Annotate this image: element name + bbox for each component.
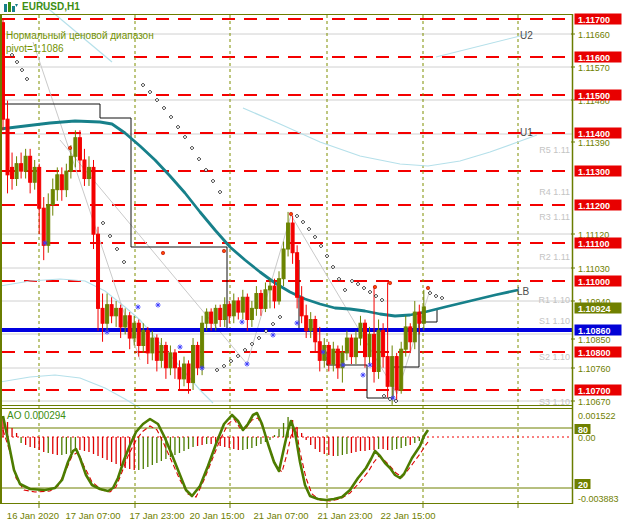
- candle-body: [201, 323, 204, 368]
- candle-body: [192, 345, 195, 382]
- candle-body: [273, 286, 276, 301]
- price-chart-canvas[interactable]: R5 1.11R4 1.11R3 1.11R2 1.11R1 1.10S1 1.…: [0, 0, 622, 528]
- candle-body: [345, 338, 348, 353]
- chart-window: R5 1.11R4 1.11R3 1.11R2 1.11R1 1.10S1 1.…: [0, 0, 622, 528]
- time-axis-label: 17 Jan 23:00: [130, 510, 185, 521]
- candle-body: [327, 345, 330, 364]
- sar-dot: [356, 282, 360, 286]
- candle-body: [47, 205, 50, 246]
- time-axis-label: 16 Jan 2020: [7, 510, 59, 521]
- candle-body: [255, 294, 258, 309]
- sar-dot: [155, 98, 159, 102]
- time-axis-label: 20 Jan 15:00: [190, 510, 245, 521]
- annotation-line1: Нормальный ценовой диапазон: [6, 29, 154, 42]
- candle-body: [178, 368, 181, 379]
- sar-dot: [162, 106, 166, 110]
- candle-body: [101, 308, 104, 323]
- rs-level-label: S1 1.10: [539, 316, 570, 326]
- candle-body: [296, 253, 299, 298]
- sar-dot: [278, 315, 282, 319]
- cyan-channel-line: [0, 279, 213, 403]
- sar-dot: [440, 296, 444, 300]
- candle-body: [24, 156, 27, 171]
- candle-body: [373, 334, 376, 371]
- pivot-annotation: Нормальный ценовой диапазон pivot=1.1086: [6, 29, 154, 55]
- candle-body: [300, 297, 303, 316]
- sar-dot: [301, 220, 305, 224]
- candle-body: [422, 307, 425, 323]
- candle-body: [210, 312, 213, 323]
- sell-signal-marker: [373, 285, 376, 288]
- candle-body: [364, 323, 367, 356]
- candle-body: [106, 305, 109, 324]
- candle-body: [377, 331, 380, 372]
- sell-signal-marker: [388, 281, 391, 284]
- rs-level-label: R5 1.11: [539, 145, 570, 155]
- sar-dot: [20, 68, 24, 72]
- candle-body: [336, 349, 339, 368]
- sar-dot: [319, 244, 323, 248]
- sar-dot: [257, 336, 261, 340]
- candle-body: [92, 167, 95, 234]
- sar-dot: [307, 227, 311, 231]
- candle-body: [74, 138, 77, 157]
- chart-icon: [4, 2, 18, 12]
- sar-dot: [325, 254, 329, 258]
- candle-body: [391, 357, 394, 387]
- candle-body: [259, 294, 262, 309]
- rs-level-label: R1 1.10: [538, 295, 570, 305]
- candle-body: [318, 342, 321, 361]
- candle-body: [65, 171, 68, 190]
- candle-body: [241, 297, 244, 312]
- candle-body: [173, 353, 176, 368]
- price-scale[interactable]: [572, 0, 622, 528]
- candle-body: [187, 364, 190, 383]
- candle-body: [418, 312, 421, 323]
- cyan-channel-line: [243, 108, 537, 166]
- candle-body: [395, 357, 398, 390]
- candle-body: [60, 175, 63, 190]
- sar-dot: [148, 90, 152, 94]
- sar-dot: [313, 235, 317, 239]
- candle-body: [305, 316, 308, 331]
- candle-body: [332, 349, 335, 364]
- candle-body: [404, 327, 407, 349]
- ao-indicator-label: AO 0.000294: [7, 410, 66, 421]
- sar-dot: [169, 115, 173, 119]
- sar-dot: [15, 60, 19, 64]
- candle-body: [314, 320, 317, 342]
- candle-body: [237, 301, 240, 312]
- sar-dot: [211, 179, 215, 183]
- sar-dot: [434, 294, 438, 298]
- candle-body: [223, 305, 226, 320]
- oscillator-main-line: [3, 413, 428, 500]
- candle-body: [20, 164, 23, 171]
- candle-body: [359, 323, 362, 338]
- sell-signal-marker: [426, 286, 429, 289]
- sar-dot: [141, 83, 145, 87]
- sar-dot: [183, 135, 187, 139]
- price-channel-line: [2, 104, 227, 331]
- candle-body: [133, 323, 136, 338]
- sar-dot: [362, 286, 366, 290]
- rs-level-label: S2 1.10: [539, 352, 570, 362]
- time-axis-label: 17 Jan 07:00: [66, 510, 121, 521]
- sell-signal-marker: [161, 251, 164, 254]
- oscillator-signal-line: [3, 418, 428, 501]
- sar-dot: [295, 214, 299, 218]
- time-scale[interactable]: 16 Jan 202017 Jan 07:0017 Jan 23:0020 Ja…: [0, 504, 572, 528]
- sar-dot: [271, 322, 275, 326]
- candle-body: [11, 167, 14, 178]
- candle-body: [56, 175, 59, 190]
- sar-dot: [101, 221, 105, 225]
- sar-dot: [122, 260, 126, 264]
- candle-body: [169, 353, 172, 368]
- candle-body: [29, 156, 32, 182]
- rs-level-label: R2 1.11: [539, 252, 570, 262]
- candle-body: [246, 297, 249, 319]
- sar-dot: [197, 157, 201, 161]
- sar-dot: [222, 364, 226, 368]
- candle-body: [368, 334, 371, 356]
- u1-level-label: U1: [520, 127, 533, 138]
- candle-body: [164, 345, 167, 367]
